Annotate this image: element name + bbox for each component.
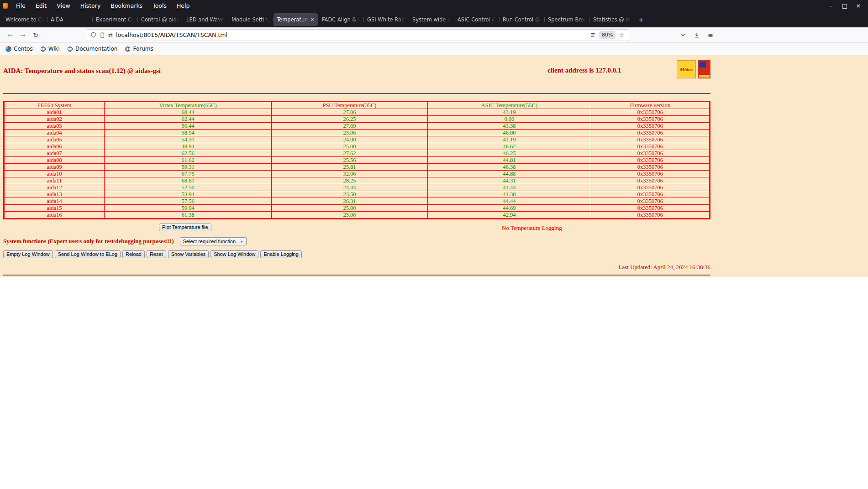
tab-label: Statistics @ aida	[593, 16, 631, 23]
table-row-aida10: aida1067.7532.0644.880x3350706	[4, 171, 710, 177]
back-button[interactable]: ←	[4, 29, 16, 41]
table-cell: aida11	[4, 177, 105, 184]
bookmark-forums[interactable]: Forums	[125, 46, 153, 52]
tab-gsi-white-rabbit[interactable]: GSI White Rabbit	[364, 13, 408, 26]
table-cell: aida10	[4, 171, 105, 177]
tab-close-icon[interactable]: ×	[310, 16, 315, 23]
tab-welcome-to-cent[interactable]: Welcome to Cent	[2, 13, 47, 26]
download-icon[interactable]	[690, 29, 703, 41]
bookmark-wiki[interactable]: Wiki	[40, 46, 60, 52]
tab-fadc-align-co[interactable]: FADC Align & Co	[319, 13, 363, 26]
reader-mode-icon[interactable]	[590, 32, 596, 38]
tab-control-aidas[interactable]: Control @ aidas-	[138, 13, 182, 26]
tab-aida[interactable]: AIDA	[47, 13, 92, 26]
button-show-log-window[interactable]: Show Log Window	[210, 250, 258, 258]
tab-label: FADC Align & Co	[322, 16, 360, 23]
button-send-log-window-to-elog[interactable]: Send Log Window to ELog	[55, 250, 121, 258]
tab-statistics-aida[interactable]: Statistics @ aida	[590, 13, 634, 26]
tab-spectrum-brows[interactable]: Spectrum Brows	[545, 13, 589, 26]
column-header-asic-temperature-55c: ASIC Temperature(55C)	[427, 102, 591, 109]
chevron-down-icon: ▼	[240, 240, 243, 243]
plot-temperature-button[interactable]: Plot Temperature file	[159, 224, 211, 231]
firefox-icon	[3, 3, 8, 9]
function-select[interactable]: Select required function ▼	[180, 237, 247, 245]
button-enable-logging[interactable]: Enable Logging	[260, 250, 301, 258]
tab-module-settings[interactable]: Module Settings	[228, 13, 273, 26]
table-cell: 54.31	[105, 136, 272, 143]
table-cell: aida03	[4, 123, 105, 130]
pocket-icon[interactable]	[677, 29, 689, 41]
page-info-icon[interactable]	[100, 32, 105, 38]
menu-icon[interactable]: ≡	[704, 29, 717, 41]
partner-logo	[698, 60, 710, 78]
table-cell: 0x3350706	[591, 177, 710, 184]
tab-run-control-ai[interactable]: Run Control @ ai	[500, 13, 544, 26]
maximize-button[interactable]: □	[838, 0, 852, 12]
table-header-row: FEE64 SystemVirtex Temperature(65C)PSU T…	[4, 102, 710, 109]
button-show-variables[interactable]: Show Variables	[168, 250, 209, 258]
address-bar[interactable]: ⇄ localhost:8015/AIDA/TSCAN/TSCAN.tml 80…	[86, 29, 629, 41]
tab-system-wide-che[interactable]: System wide Che	[409, 13, 453, 26]
tab-label: Control @ aidas-	[141, 16, 179, 23]
last-updated: Last Updated: April 24, 2024 16:38:36	[619, 264, 710, 271]
button-empty-log-window[interactable]: Empty Log Window	[3, 250, 53, 258]
logging-status: No Temperature Logging	[502, 224, 562, 232]
bookmark-label: Documentation	[75, 46, 118, 52]
table-cell: 24.44	[272, 184, 428, 191]
menu-bookmarks[interactable]: Bookmarks	[105, 0, 147, 12]
zoom-level[interactable]: 80%	[599, 31, 615, 39]
table-cell: 0x3350706	[591, 205, 710, 212]
table-cell: 67.75	[105, 171, 272, 177]
tab-asic-control-a[interactable]: ASIC Control @ a	[454, 13, 499, 26]
table-cell: 25.06	[272, 212, 428, 219]
menu-view[interactable]: View	[52, 0, 75, 12]
url-text[interactable]: localhost:8015/AIDA/TSCAN/TSCAN.tml	[116, 31, 227, 38]
page-title: AIDA: Temperature and status scan(1.12) …	[3, 67, 161, 74]
midas-logo: Midas	[677, 60, 696, 78]
button-reload[interactable]: Reload	[122, 250, 145, 258]
table-cell: 0x3350706	[591, 212, 710, 219]
tab-label: Run Control @ ai	[503, 16, 541, 23]
menu-bar: FileEditViewHistoryBookmarksToolsHelp	[11, 0, 195, 12]
table-cell: 0x3350706	[591, 123, 710, 130]
reload-button[interactable]: ↻	[29, 29, 42, 41]
table-cell: 62.44	[105, 116, 272, 123]
bookmark-star-icon[interactable]: ☆	[619, 31, 625, 39]
header-divider	[3, 93, 710, 94]
menu-edit[interactable]: Edit	[31, 0, 52, 12]
tab-experiment-cont[interactable]: Experiment Cont	[93, 13, 137, 26]
tab-label: LED and Wavefor	[186, 16, 224, 23]
menu-help[interactable]: Help	[172, 0, 195, 12]
table-cell: 43.19	[427, 109, 591, 116]
navigation-toolbar: ← → ↻ ⇄ localhost:8015/AIDA/TSCAN/TSCAN.…	[0, 27, 868, 43]
table-row-aida13: aida1353.9423.5044.380x3350706	[4, 191, 710, 198]
menu-tools[interactable]: Tools	[147, 0, 172, 12]
table-cell: 0x3350706	[591, 150, 710, 157]
button-reset[interactable]: Reset	[147, 250, 166, 258]
tab-temperature-an[interactable]: Temperature an×	[274, 13, 318, 26]
table-row-aida14: aida1457.5626.3144.440x3350706	[4, 198, 710, 205]
tab-led-and-wavefor[interactable]: LED and Wavefor	[183, 13, 227, 26]
menu-file[interactable]: File	[11, 0, 31, 12]
bookmark-documentation[interactable]: Documentation	[67, 46, 118, 52]
forward-button[interactable]: →	[16, 29, 29, 41]
table-cell: 0x3350706	[591, 184, 710, 191]
table-cell: 0x3350706	[591, 191, 710, 198]
table-cell: 28.25	[272, 177, 428, 184]
globe-icon	[125, 46, 131, 52]
close-button[interactable]: ×	[852, 0, 865, 12]
table-cell: 32.06	[272, 171, 428, 177]
bookmark-centos[interactable]: Centos	[5, 46, 33, 52]
table-cell: 26.25	[272, 116, 428, 123]
shield-icon[interactable]	[90, 32, 96, 38]
table-cell: 62.56	[105, 150, 272, 157]
https-arrows-icon[interactable]: ⇄	[108, 32, 113, 38]
new-tab-button[interactable]: +	[635, 13, 647, 26]
browser-window: FileEditViewHistoryBookmarksToolsHelp – …	[0, 0, 868, 55]
tab-label: Experiment Cont	[96, 16, 134, 23]
menu-history[interactable]: History	[75, 0, 105, 12]
logos: Midas	[677, 60, 710, 78]
table-row-aida07: aida0762.5627.6246.250x3350706	[4, 150, 710, 157]
minimize-button[interactable]: –	[824, 0, 838, 12]
table-cell: 25.00	[272, 143, 428, 150]
